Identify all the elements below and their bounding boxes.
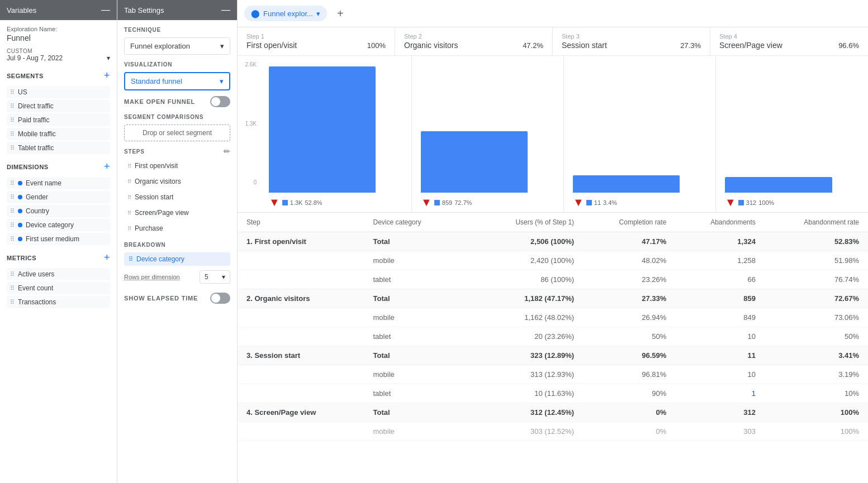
drag-handle-icon: ⠿ [10, 222, 15, 229]
users-cell: 312 (12.45%) [475, 403, 583, 422]
edit-steps-icon[interactable]: ✏ [224, 147, 230, 156]
dimension-country[interactable]: ⠿ Country [7, 205, 110, 217]
dimension-first-user-medium[interactable]: ⠿ First user medium [7, 233, 110, 245]
users-cell: 2,506 (100%) [475, 232, 583, 251]
step-screen-page-view[interactable]: ⠿ Screen/Page view [124, 206, 230, 219]
chart-bar-col-2: ▼ 859 72.7% [412, 56, 564, 212]
technique-label: TECHNIQUE [124, 27, 230, 33]
dimension-device-category[interactable]: ⠿ Device category [7, 219, 110, 231]
add-segment-button[interactable]: + [104, 70, 110, 82]
abandonments-cell: 312 [675, 403, 765, 422]
rows-per-dimension-row: Rows per dimension 5 ▾ [124, 270, 230, 284]
metric-event-count[interactable]: ⠿ Event count [7, 282, 110, 294]
segment-item-us[interactable]: ⠿ US [7, 86, 110, 98]
device-cell: Total [364, 403, 475, 422]
abandonment-rate-cell: 73.06% [765, 308, 868, 327]
col-header-device: Device category [364, 213, 475, 232]
abandonments-cell: 10 [675, 365, 765, 384]
col-header-step: Step [238, 213, 364, 232]
dropout-square-icon [738, 200, 744, 205]
technique-dropdown[interactable]: Funnel exploration ▾ [124, 37, 230, 55]
table-row: 1. First open/visit Total 2,506 (100%) 4… [238, 232, 868, 251]
make-open-funnel-label: MAKE OPEN FUNNEL [124, 98, 195, 105]
chart-bar-col-4: ▼ 312 100% [716, 56, 868, 212]
users-cell: 1,162 (48.02%) [475, 308, 583, 327]
chevron-down-icon: ▾ [222, 273, 225, 281]
dropout-row-4: ▼ 312 100% [725, 193, 859, 212]
abandonment-rate-cell: 52.83% [765, 232, 868, 251]
users-cell: 86 (100%) [475, 270, 583, 289]
steps-list: ⠿ First open/visit ⠿ Organic visitors ⠿ … [124, 159, 230, 235]
segment-item-direct[interactable]: ⠿ Direct traffic [7, 100, 110, 112]
funnel-table: Step Device category Users (% of Step 1)… [238, 213, 868, 441]
metric-active-users[interactable]: ⠿ Active users [7, 268, 110, 280]
date-range-section[interactable]: Custom Jul 9 - Aug 7, 2022 ▾ [7, 48, 110, 62]
tab-label: Funnel explor... [263, 9, 313, 18]
completion-cell: 0% [583, 403, 675, 422]
tab-funnel-exploration[interactable]: ⬤ Funnel explor... ▾ [244, 6, 327, 21]
dimension-event-name[interactable]: ⠿ Event name [7, 177, 110, 189]
drag-handle-icon: ⠿ [10, 131, 15, 138]
step-purchase[interactable]: ⠿ Purchase [124, 222, 230, 235]
date-range-value[interactable]: Jul 9 - Aug 7, 2022 ▾ [7, 54, 110, 62]
variables-title: Variables [7, 6, 36, 15]
variables-header: Variables — [0, 0, 117, 20]
variables-minimize[interactable]: — [101, 6, 110, 15]
metric-transactions[interactable]: ⠿ Transactions [7, 296, 110, 308]
dropout-arrow-icon: ▼ [573, 196, 584, 209]
device-cell: Total [364, 346, 475, 365]
table-row: mobile 2,420 (100%) 48.02% 1,258 51.98% [238, 251, 868, 270]
device-cell: tablet [364, 270, 475, 289]
segment-item-paid[interactable]: ⠿ Paid traffic [7, 114, 110, 126]
breakdown-chip[interactable]: ⠿ Device category [124, 252, 230, 266]
users-cell: 2,420 (100%) [475, 251, 583, 270]
device-cell: Total [364, 289, 475, 308]
show-elapsed-time-toggle[interactable] [210, 293, 230, 304]
completion-cell: 26.94% [583, 308, 675, 327]
segment-item-tablet[interactable]: ⠿ Tablet traffic [7, 142, 110, 154]
metrics-list: ⠿ Active users ⠿ Event count ⠿ Transacti… [7, 268, 110, 308]
segment-drop-zone[interactable]: Drop or select segment [124, 125, 230, 141]
chevron-down-icon: ▾ [316, 9, 320, 18]
step-organic-visitors[interactable]: ⠿ Organic visitors [124, 175, 230, 188]
completion-cell: 96.81% [583, 365, 675, 384]
make-open-funnel-toggle[interactable] [210, 96, 230, 107]
step-label-3: Step 3 [562, 33, 701, 40]
visualization-dropdown[interactable]: Standard funnel ▾ [124, 72, 230, 90]
step-session-start[interactable]: ⠿ Session start [124, 190, 230, 204]
completion-cell: 47.17% [583, 232, 675, 251]
drag-handle-icon: ⠿ [10, 194, 15, 201]
segment-item-mobile[interactable]: ⠿ Mobile traffic [7, 128, 110, 140]
users-cell: 303 (12.52%) [475, 422, 583, 441]
table-row: tablet 20 (23.26%) 50% 10 50% [238, 327, 868, 346]
step-label-4: Step 4 [719, 33, 859, 40]
dropout-square-icon [434, 200, 440, 205]
step-name-cell [238, 270, 364, 289]
drag-handle-icon: ⠿ [129, 256, 133, 263]
make-open-funnel-row: MAKE OPEN FUNNEL [124, 96, 230, 107]
dimension-gender[interactable]: ⠿ Gender [7, 191, 110, 203]
add-metric-button[interactable]: + [104, 252, 110, 264]
segment-comparisons-label: SEGMENT COMPARISONS [124, 114, 230, 120]
step-pct-4: 96.6% [838, 41, 859, 50]
step-first-open[interactable]: ⠿ First open/visit [124, 159, 230, 173]
drag-handle-icon: ⠿ [10, 299, 15, 306]
abandonment-rate-cell: 3.19% [765, 365, 868, 384]
rows-per-dimension-label: Rows per dimension [124, 274, 200, 280]
steps-row: Step 1 First open/visit 100% Step 2 Orga… [238, 27, 868, 56]
drag-handle-icon: ⠿ [10, 285, 15, 292]
device-cell: mobile [364, 308, 475, 327]
abandonments-cell: 11 [675, 346, 765, 365]
settings-header: Tab Settings — [117, 0, 237, 20]
completion-cell: 23.26% [583, 270, 675, 289]
settings-minimize[interactable]: — [221, 6, 230, 15]
users-cell: 20 (23.26%) [475, 327, 583, 346]
abandonment-rate-cell: 50% [765, 327, 868, 346]
abandonment-rate-cell: 100% [765, 403, 868, 422]
dropout-row-1: ▼ 1.3K 52.8% [269, 193, 402, 212]
add-dimension-button[interactable]: + [104, 161, 110, 173]
add-tab-button[interactable]: + [331, 4, 349, 22]
completion-cell: 27.33% [583, 289, 675, 308]
rows-per-dimension-select[interactable]: 5 ▾ [200, 270, 230, 284]
table-header-row: Step Device category Users (% of Step 1)… [238, 213, 868, 232]
